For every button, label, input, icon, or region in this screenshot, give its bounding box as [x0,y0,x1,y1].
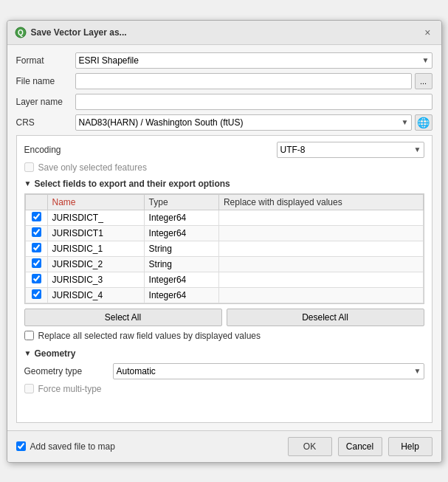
row-name-cell: JURISDIC_4 [47,287,144,303]
row-check-cell [25,225,47,241]
title-bar: Q Save Vector Layer as... × [7,21,441,45]
table-row: JURISDIC_1String [25,241,423,256]
layername-input[interactable] [75,94,433,110]
row-checkbox-5[interactable] [32,289,41,299]
svg-text:Q: Q [18,29,24,37]
format-label: Format [16,55,75,66]
row-name-cell: JURISDIC_2 [47,256,144,272]
footer-buttons: OK Cancel Help [288,437,433,456]
dialog-footer: Add saved file to map OK Cancel Help [7,430,441,462]
crs-select[interactable]: NAD83(HARN) / Washington South (ftUS) [75,114,412,131]
geometry-type-select-wrapper: Automatic ▼ [113,363,424,379]
row-type-cell: String [144,256,218,272]
select-fields-header[interactable]: ▼ Select fields to export and their expo… [24,179,424,189]
encoding-select-wrapper: UTF-8 ▼ [277,142,424,158]
row-check-cell [25,241,47,256]
geometry-type-row: Geometry type Automatic ▼ [24,363,424,379]
help-button[interactable]: Help [388,437,433,456]
save-selected-row: Save only selected features [24,162,424,173]
add-to-map-checkbox[interactable] [16,441,26,451]
row-checkbox-3[interactable] [32,258,41,268]
row-replace-cell [218,210,423,225]
crs-select-wrapper: NAD83(HARN) / Washington South (ftUS) ▼ [75,114,412,131]
crs-label: CRS [16,117,75,128]
scrollable-inner: Encoding UTF-8 ▼ Save only selected feat… [17,136,432,403]
format-select-wrapper: ESRI Shapefile ▼ [75,52,433,69]
force-multi-checkbox[interactable] [24,384,34,393]
ok-button[interactable]: OK [288,437,332,456]
crs-row: CRS NAD83(HARN) / Washington South (ftUS… [16,114,433,131]
filename-input[interactable] [75,73,412,89]
scrollable-area[interactable]: Encoding UTF-8 ▼ Save only selected feat… [16,135,433,423]
table-row: JURISDIC_2String [25,256,423,272]
dialog-title: Save Vector Layer as... [31,27,127,38]
encoding-select[interactable]: UTF-8 [277,142,424,158]
encoding-label: Encoding [24,145,277,155]
title-bar-left: Q Save Vector Layer as... [15,27,127,38]
row-check-cell [25,272,47,287]
format-row: Format ESRI Shapefile ▼ [16,52,433,69]
row-checkbox-0[interactable] [32,212,41,221]
row-type-cell: Integer64 [144,210,218,225]
row-name-cell: JURISDICT1 [47,225,144,241]
close-button[interactable]: × [421,25,433,40]
section-arrow-icon: ▼ [24,179,32,187]
geometry-type-label: Geometry type [24,366,113,376]
row-type-cell: Integer64 [144,272,218,287]
row-check-cell [25,256,47,272]
row-replace-cell [218,287,423,303]
col-replace-header: Replace with displayed values [218,194,423,210]
table-row: JURISDICT_Integer64 [25,210,423,225]
add-to-map-label: Add saved file to map [30,441,115,452]
fields-table-wrapper: Name Type Replace with displayed values … [24,193,424,304]
layername-row: Layer name [16,94,433,110]
force-multi-row: Force multi-type [24,384,424,394]
row-check-cell [25,210,47,225]
geometry-header[interactable]: ▼ Geometry [24,348,424,359]
save-vector-dialog: Q Save Vector Layer as... × Format ESRI … [7,20,442,463]
row-replace-cell [218,256,423,272]
row-checkbox-1[interactable] [32,227,41,237]
format-select[interactable]: ESRI Shapefile [75,52,433,69]
save-selected-label: Save only selected features [38,162,147,173]
save-selected-checkbox[interactable] [24,162,34,172]
deselect-all-button[interactable]: Deselect All [227,309,424,326]
row-type-cell: Integer64 [144,225,218,241]
select-fields-title: Select fields to export and their export… [34,179,230,189]
col-type-header: Type [144,194,218,210]
select-all-button[interactable]: Select All [24,309,222,326]
table-row: JURISDIC_3Integer64 [25,272,423,287]
row-replace-cell [218,272,423,287]
crs-globe-button[interactable]: 🌐 [415,114,433,131]
row-checkbox-2[interactable] [32,243,41,252]
filename-row: File name ... [16,73,433,89]
layername-label: Layer name [16,97,75,107]
filename-label: File name [16,76,75,86]
row-checkbox-4[interactable] [32,274,41,283]
row-replace-cell [218,241,423,256]
app-icon: Q [15,27,27,38]
table-row: JURISDICT1Integer64 [25,225,423,241]
footer-left: Add saved file to map [16,441,288,452]
row-name-cell: JURISDIC_3 [47,272,144,287]
table-buttons: Select All Deselect All [24,309,424,326]
geometry-type-select[interactable]: Automatic [113,363,424,379]
globe-icon: 🌐 [417,117,430,128]
row-name-cell: JURISDIC_1 [47,241,144,256]
replace-checkbox[interactable] [24,331,34,340]
col-name-header: Name [47,194,144,210]
dialog-body: Format ESRI Shapefile ▼ File name ... La… [7,45,441,430]
encoding-row: Encoding UTF-8 ▼ [24,142,424,158]
col-check [25,194,47,210]
row-type-cell: Integer64 [144,287,218,303]
replace-label: Replace all selected raw field values by… [38,331,261,341]
row-name-cell: JURISDICT_ [47,210,144,225]
row-type-cell: String [144,241,218,256]
cancel-button[interactable]: Cancel [338,437,382,456]
browse-button[interactable]: ... [415,73,433,89]
replace-row: Replace all selected raw field values by… [24,331,424,341]
geometry-section: ▼ Geometry Geometry type Automatic ▼ [24,348,424,394]
table-row: JURISDIC_4Integer64 [25,287,423,303]
row-check-cell [25,287,47,303]
force-multi-label: Force multi-type [38,384,102,394]
